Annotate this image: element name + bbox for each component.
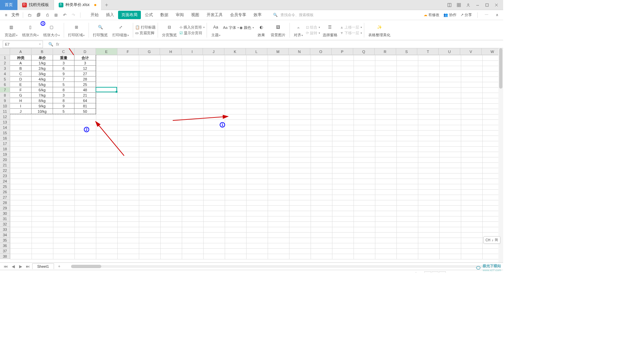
col-header[interactable]: O xyxy=(310,48,332,55)
ribbon-rotate[interactable]: ⟳旋转▾ xyxy=(306,31,320,36)
menu-tab-efficiency[interactable]: 效率 xyxy=(250,11,265,19)
row-header[interactable]: 3 xyxy=(0,66,10,71)
eye-icon[interactable]: 👁 xyxy=(407,272,411,273)
ribbon-send-backward[interactable]: ▼下移一层▾ xyxy=(340,31,362,36)
ribbon-scaling[interactable]: ⤢打印缩放▾ xyxy=(110,22,131,38)
collab-button[interactable]: 👥协作 xyxy=(443,12,457,17)
data-cell[interactable]: 2/kg xyxy=(32,66,53,71)
ribbon-size[interactable]: 3▢纸张大小▾ xyxy=(41,22,62,38)
col-header[interactable]: R xyxy=(375,48,396,55)
data-cell[interactable]: 50 xyxy=(74,109,96,114)
save-as-icon[interactable]: 🗐 xyxy=(35,12,42,18)
row-header[interactable]: 17 xyxy=(0,141,10,146)
account-icon[interactable] xyxy=(464,2,472,8)
menu-tab-member[interactable]: 会员专享 xyxy=(227,11,250,19)
data-cell[interactable]: 6 xyxy=(53,66,74,71)
menu-tab-data[interactable]: 数据 xyxy=(157,11,172,19)
data-cell[interactable]: 48 xyxy=(74,87,96,93)
ribbon-printarea[interactable]: ⊞打印区域▾ xyxy=(66,22,87,38)
name-box[interactable]: E7▾ xyxy=(3,41,43,48)
header-cell[interactable]: 重量 xyxy=(53,55,74,60)
row-header[interactable]: 25 xyxy=(0,184,10,189)
ribbon-orientation[interactable]: ▯纸张方向▾ xyxy=(20,22,41,38)
data-cell[interactable]: 21 xyxy=(74,93,96,98)
ribbon-theme[interactable]: Aa主题▾ xyxy=(209,22,222,38)
settings-small-icon[interactable]: ⚙ xyxy=(3,272,7,272)
ime-small-icon[interactable]: 中 ▾ xyxy=(414,271,421,272)
data-cell[interactable]: 12 xyxy=(74,66,96,71)
data-cell[interactable]: 81 xyxy=(74,103,96,109)
ribbon-group-objects[interactable]: ⊡组合▾ xyxy=(306,25,320,30)
data-cell[interactable]: 9/kg xyxy=(32,103,53,109)
zoom-value[interactable]: 115% xyxy=(449,272,459,273)
row-header[interactable]: 4 xyxy=(0,71,10,77)
print-icon[interactable]: ⎙ xyxy=(44,12,51,18)
row-header[interactable]: 23 xyxy=(0,173,10,179)
horizontal-scrollbar[interactable] xyxy=(71,264,500,269)
menu-tab-view[interactable]: 视图 xyxy=(188,11,203,19)
row-header[interactable]: 7 xyxy=(0,87,10,93)
fx-label[interactable]: fx xyxy=(56,42,59,47)
row-header[interactable]: 21 xyxy=(0,162,10,168)
ribbon-bgimg[interactable]: 🖼背景图片 xyxy=(269,22,287,38)
ime-indicator[interactable]: CH♪简 xyxy=(483,236,500,244)
data-cell[interactable]: 8/kg xyxy=(32,98,53,103)
data-cell[interactable]: 25 xyxy=(74,82,96,87)
menu-tab-review[interactable]: 审阅 xyxy=(172,11,187,19)
data-cell[interactable]: B xyxy=(10,66,32,71)
data-cell[interactable]: 8 xyxy=(53,98,74,103)
data-cell[interactable]: 3 xyxy=(74,60,96,66)
col-header[interactable]: I xyxy=(181,48,203,55)
col-header[interactable]: B xyxy=(32,48,53,55)
row-header[interactable]: 20 xyxy=(0,157,10,162)
search-fn-icon[interactable]: 🔍 xyxy=(48,42,53,47)
row-header[interactable]: 33 xyxy=(0,227,10,232)
col-header[interactable]: S xyxy=(396,48,418,55)
row-header[interactable]: 26 xyxy=(0,189,10,195)
header-cell[interactable]: 种类 xyxy=(10,55,32,60)
row-header[interactable]: 8 xyxy=(0,93,10,98)
row-header[interactable]: 16 xyxy=(0,136,10,141)
col-header[interactable]: H xyxy=(160,48,181,55)
row-header[interactable]: 38 xyxy=(0,254,10,259)
sheet-last-icon[interactable]: ⏭ xyxy=(25,263,31,269)
zoom-in-button[interactable]: + xyxy=(498,272,500,273)
row-header[interactable]: 12 xyxy=(0,114,10,119)
tab-templates[interactable]: 找稻壳模板 xyxy=(17,0,54,10)
data-cell[interactable]: H xyxy=(10,98,32,103)
collapse-ribbon-icon[interactable]: ∧ xyxy=(494,12,500,18)
cloud-changes[interactable]: ☁有修改 xyxy=(424,12,439,17)
view-break-button[interactable] xyxy=(439,271,446,273)
col-header[interactable]: T xyxy=(417,48,439,55)
ribbon-selection-pane[interactable]: ☰选择窗格 xyxy=(321,22,339,38)
header-cell[interactable]: 单价 xyxy=(32,55,53,60)
save-icon[interactable]: 🗀 xyxy=(26,12,33,18)
tab-add-button[interactable]: + xyxy=(101,2,112,8)
ribbon-print-titles[interactable]: 📋打印标题 xyxy=(135,25,156,30)
row-header[interactable]: 27 xyxy=(0,195,10,200)
row-header[interactable]: 34 xyxy=(0,232,10,238)
data-cell[interactable]: 10/kg xyxy=(32,109,53,114)
col-header[interactable]: D xyxy=(74,48,96,55)
ribbon-pagebreak-preview[interactable]: ⊟分页预览 xyxy=(160,22,179,38)
undo-icon[interactable]: ↶ xyxy=(61,12,68,18)
data-cell[interactable]: 3 xyxy=(53,60,74,66)
data-cell[interactable]: D xyxy=(10,77,32,82)
ribbon-bring-forward[interactable]: ▲上移一层▾ xyxy=(340,25,362,30)
row-header[interactable]: 2 xyxy=(0,60,10,66)
data-cell[interactable]: 28 xyxy=(74,77,96,82)
ribbon-preview[interactable]: 🔍打印预览 xyxy=(91,22,110,38)
data-cell[interactable]: C xyxy=(10,71,32,77)
col-header[interactable]: L xyxy=(246,48,267,55)
data-cell[interactable]: J xyxy=(10,109,32,114)
data-cell[interactable]: 7/kg xyxy=(32,93,53,98)
data-cell[interactable]: A xyxy=(10,60,32,66)
row-header[interactable]: 1 xyxy=(0,55,10,60)
layout-1-icon[interactable] xyxy=(445,2,453,8)
data-cell[interactable]: 4/kg xyxy=(32,77,53,82)
col-header[interactable]: F xyxy=(117,48,139,55)
ribbon-header-footer[interactable]: ▭页眉页脚 xyxy=(135,31,156,36)
row-header[interactable]: 15 xyxy=(0,130,10,136)
select-all-corner[interactable] xyxy=(0,48,10,55)
data-cell[interactable]: E xyxy=(10,82,32,87)
